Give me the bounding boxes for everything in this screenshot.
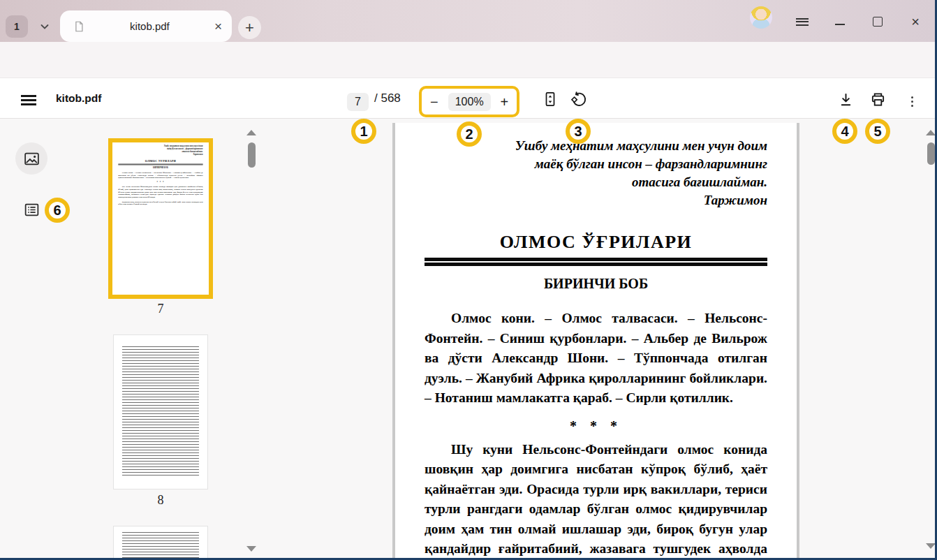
pdf-document-title: kitob.pdf [56, 78, 101, 118]
page-total-label: / 568 [374, 78, 401, 118]
printer-icon [870, 91, 886, 108]
main-scrollbar[interactable] [927, 142, 935, 165]
address-bar-row: Я file:///C:/1/kitob.pdf Chop etish [0, 42, 935, 78]
tab-list-chevron-button[interactable] [34, 15, 56, 38]
thumbnail-page-9[interactable] [114, 526, 207, 558]
mini-title: ОЛМОС ЎҒРИЛАРИ [118, 160, 202, 163]
thumbnails-panel: Ушбу меҳнатим маҳсулини мен учун доим ма… [64, 119, 265, 558]
close-icon: × [911, 15, 920, 29]
dedication-author: Таржимон [425, 191, 767, 209]
outline-panel-button[interactable] [15, 193, 47, 226]
chapter-summary: Олмос кони. – Олмос талвасаси. – Нельсон… [425, 309, 767, 408]
zoom-in-button[interactable]: + [501, 95, 509, 109]
mini-text: Шу куни Нельсонс-Фонтейндаги олмос конид… [118, 185, 202, 198]
minimize-button[interactable] [828, 13, 852, 36]
browser-window: 1 kitob.pdf × + × Я file:///C:/1/kitob.p… [0, 0, 937, 560]
list-outline-icon [23, 201, 40, 219]
avatar[interactable] [750, 6, 772, 29]
chevron-down-icon [39, 21, 50, 32]
thumbnail-page-9-preview [122, 532, 199, 558]
tab-title: kitob.pdf [85, 20, 214, 32]
mini-text: Ёқимсиз жой, яланғоч қоялар ва кўплаб чу… [118, 200, 202, 205]
annotation-badge-3: 3 [566, 119, 591, 144]
thumb-scroll-down-icon[interactable] [246, 546, 256, 552]
document-icon [73, 20, 85, 34]
zoom-out-button[interactable]: − [430, 95, 438, 109]
pdf-more-options-button[interactable] [903, 92, 921, 110]
annotation-badge-2: 2 [457, 121, 482, 147]
hamburger-menu-icon [21, 95, 36, 105]
thumbnails-panel-button[interactable] [15, 142, 47, 175]
section-separator: * * * [425, 418, 767, 434]
annotation-badge-4: 4 [832, 119, 857, 144]
pdf-page-7: Ушбу меҳнатим маҳсулини мен учун доим ма… [392, 123, 799, 558]
dedication-line: маёқ бўлган инсон – фарзандларимнинг [425, 155, 767, 173]
thumbnail-page-8[interactable] [114, 335, 207, 489]
print-pdf-button[interactable] [869, 90, 887, 108]
new-tab-button[interactable]: + [238, 16, 261, 39]
mini-separator: * * * [118, 181, 202, 184]
maximize-button[interactable] [866, 10, 890, 34]
thumb-scrollbar[interactable] [248, 142, 256, 168]
thumbnail-page-7-preview: Ушбу меҳнатим маҳсулини мен учун доим ма… [112, 142, 209, 208]
sidebar-rail [0, 119, 64, 558]
zoom-controls-highlighted: − 100% + [419, 86, 519, 117]
fit-to-page-icon [543, 91, 558, 108]
main-scroll-down-icon[interactable] [926, 543, 935, 549]
chapter-heading: БИРИНЧИ БОБ [425, 276, 767, 292]
thumbnail-page-8-preview [122, 346, 199, 476]
download-icon [838, 91, 854, 108]
thumbnail-label-7: 7 [108, 302, 213, 316]
annotation-badge-6: 6 [45, 198, 70, 223]
thumbnail-label-8: 8 [108, 493, 213, 508]
mini-text: Олмос кони. – Олмос талвасаси. – Нельсон… [118, 171, 202, 179]
main-scroll-up-icon[interactable] [926, 130, 935, 135]
body-paragraph: Шу куни Нельсонс-Фонтейндаги олмос конид… [425, 440, 767, 559]
mini-chapter: БИРИНЧИ БОБ [118, 167, 202, 170]
dedication-line: отасига бағишлайман. [425, 173, 767, 191]
page-number-input[interactable] [347, 93, 369, 111]
tab-close-icon[interactable]: × [214, 20, 222, 33]
pdf-viewer-content: Ушбу меҳнатим маҳсулини мен учун доим ма… [0, 119, 935, 558]
minimize-icon [835, 24, 845, 25]
book-title: ОЛМОС ЎҒРИЛАРИ [425, 232, 767, 253]
tab-bar: 1 kitob.pdf × + × [0, 0, 935, 42]
tab-kitob-pdf[interactable]: kitob.pdf × [60, 10, 232, 42]
pdf-menu-button[interactable] [21, 93, 36, 108]
mini-text: Таржимон [118, 153, 202, 156]
thumb-scroll-up-icon[interactable] [246, 130, 256, 135]
annotation-badge-1: 1 [351, 119, 376, 144]
maximize-icon [873, 17, 883, 27]
tab-counter-button[interactable]: 1 [6, 15, 28, 38]
zoom-level[interactable]: 100% [448, 93, 491, 111]
title-rule [425, 258, 767, 266]
pdf-toolbar: kitob.pdf / 568 − 100% + [0, 78, 935, 119]
mini-rule [118, 164, 202, 165]
image-icon [23, 150, 40, 168]
plus-icon: + [245, 19, 254, 37]
fit-to-page-button[interactable] [541, 90, 559, 108]
document-area: Ушбу меҳнатим маҳсулини мен учун доим ма… [265, 119, 935, 558]
rotate-ccw-icon [570, 91, 587, 108]
rotate-button[interactable] [569, 90, 587, 108]
browser-menu-button[interactable] [790, 10, 814, 34]
download-pdf-button[interactable] [836, 90, 855, 108]
annotation-badge-5: 5 [865, 119, 890, 144]
thumbnail-page-7[interactable]: Ушбу меҳнатим маҳсулини мен учун доим ма… [108, 138, 213, 299]
close-window-button[interactable]: × [903, 10, 927, 34]
hamburger-menu-icon [796, 16, 809, 27]
